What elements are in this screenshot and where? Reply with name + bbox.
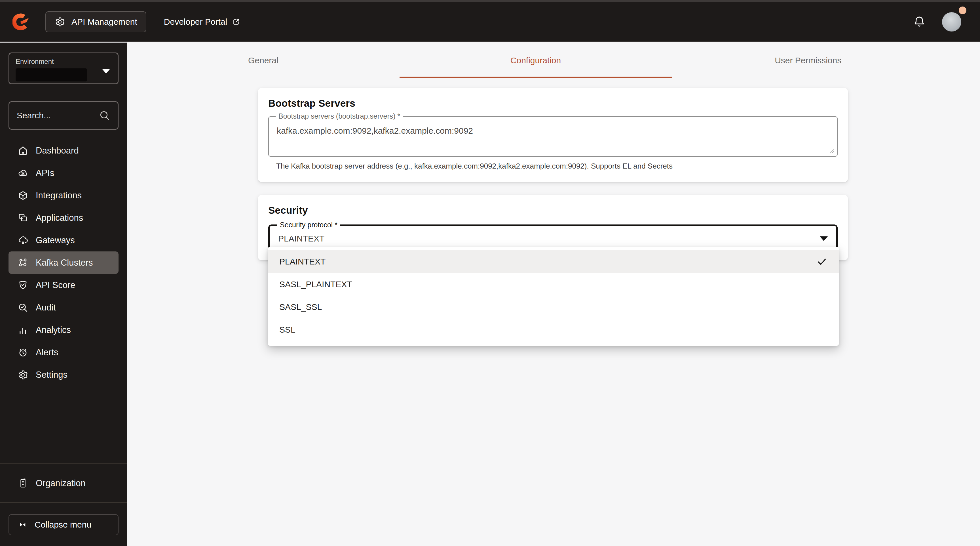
- option-ssl[interactable]: SSL: [268, 318, 839, 341]
- option-plaintext[interactable]: PLAINTEXT: [268, 250, 839, 273]
- window-top-strip: [0, 0, 980, 2]
- tab-label: General: [248, 56, 278, 65]
- environment-label: Environment: [16, 57, 111, 65]
- tab-general[interactable]: General: [127, 43, 399, 78]
- option-label: PLAINTEXT: [279, 257, 326, 267]
- header-right: [913, 12, 967, 32]
- tab-label: Configuration: [511, 56, 561, 65]
- alarm-clock-icon: [18, 347, 29, 358]
- checkmark-icon: [816, 256, 827, 267]
- bootstrap-servers-field: Bootstrap servers (bootstrap.servers) * …: [268, 117, 838, 156]
- sidebar-item-label: Applications: [36, 213, 83, 223]
- developer-portal-link[interactable]: Developer Portal: [164, 17, 240, 27]
- avatar-wrap: [942, 12, 961, 32]
- option-sasl-ssl[interactable]: SASL_SSL: [268, 296, 839, 318]
- sidebar-item-label: Audit: [36, 303, 56, 313]
- sidebar-search: [8, 101, 119, 130]
- cloud-node-icon: [18, 235, 29, 246]
- sidebar-item-gateways[interactable]: Gateways: [8, 229, 119, 251]
- environment-select[interactable]: Environment: [8, 53, 119, 84]
- sidebar-item-label: APIs: [36, 168, 54, 178]
- search-icon: [99, 110, 110, 121]
- gear-icon: [54, 16, 65, 27]
- main-content: General Configuration User Permissions B…: [127, 43, 980, 546]
- user-avatar[interactable]: [942, 12, 961, 32]
- magnifier-check-icon: [18, 302, 29, 313]
- chevron-down-icon: [102, 69, 110, 73]
- sidebar-item-label: Dashboard: [36, 145, 79, 156]
- applications-icon: [18, 212, 29, 224]
- collapse-area: Collapse menu: [0, 503, 127, 546]
- cube-icon: [18, 190, 29, 201]
- sidebar-item-label: Integrations: [36, 190, 82, 201]
- gravitee-logo[interactable]: [13, 13, 30, 31]
- bell-icon: [913, 16, 926, 28]
- sidebar-item-applications[interactable]: Applications: [8, 207, 119, 229]
- tab-label: User Permissions: [775, 56, 842, 65]
- option-sasl-plaintext[interactable]: SASL_PLAINTEXT: [268, 273, 839, 296]
- tab-configuration[interactable]: Configuration: [399, 43, 672, 78]
- sidebar-item-label: Gateways: [36, 235, 75, 246]
- option-label: SASL_SSL: [279, 302, 322, 312]
- collapse-menu-label: Collapse menu: [35, 520, 91, 530]
- sidebar-item-dashboard[interactable]: Dashboard: [8, 139, 119, 162]
- sidebar-item-api-score[interactable]: API Score: [8, 274, 119, 296]
- sidebar-item-label: Alerts: [36, 347, 58, 358]
- field-helper-text: The Kafka bootstrap server address (e.g.…: [276, 162, 838, 171]
- sidebar-item-apis[interactable]: APIs: [8, 162, 119, 184]
- sidebar-item-label: Settings: [36, 370, 67, 380]
- select-value: PLAINTEXT: [278, 234, 325, 243]
- tab-user-permissions[interactable]: User Permissions: [672, 43, 944, 78]
- option-label: SASL_PLAINTEXT: [279, 279, 352, 289]
- bar-chart-icon: [18, 325, 29, 335]
- sidebar-bottom: Organization Collapse menu: [0, 463, 127, 546]
- notifications-button[interactable]: [913, 16, 926, 28]
- developer-portal-label: Developer Portal: [164, 17, 227, 27]
- sidebar-item-audit[interactable]: Audit: [8, 296, 119, 319]
- api-management-label: API Management: [72, 17, 137, 27]
- option-label: SSL: [279, 325, 296, 335]
- app-header: API Management Developer Portal: [0, 2, 980, 42]
- resize-handle-icon[interactable]: [829, 149, 834, 154]
- sidebar-item-settings[interactable]: Settings: [8, 364, 119, 386]
- organization-section: Organization: [0, 463, 127, 503]
- field-label: Bootstrap servers (bootstrap.servers) *: [275, 112, 403, 120]
- security-protocol-dropdown: PLAINTEXT SASL_PLAINTEXT SASL_SSL SSL: [268, 247, 839, 346]
- sidebar-item-analytics[interactable]: Analytics: [8, 319, 119, 341]
- bootstrap-servers-card: Bootstrap Servers Bootstrap servers (boo…: [258, 88, 848, 182]
- dropdown-arrow-icon: [820, 236, 828, 241]
- kafka-cluster-icon: [18, 257, 29, 268]
- bootstrap-servers-value: kafka.example.com:9092,kafka2.example.co…: [277, 126, 473, 136]
- bootstrap-servers-textarea[interactable]: kafka.example.com:9092,kafka2.example.co…: [268, 117, 838, 156]
- sidebar-item-label: Organization: [36, 478, 86, 489]
- sidebar-nav: Dashboard APIs Integrations: [0, 139, 127, 386]
- home-icon: [18, 145, 29, 156]
- tab-bar: General Configuration User Permissions: [127, 43, 944, 78]
- sidebar: Environment Dashboard: [0, 43, 127, 546]
- sidebar-item-label: API Score: [36, 280, 75, 290]
- search-input[interactable]: [17, 111, 99, 120]
- shield-check-icon: [18, 280, 29, 291]
- api-management-button[interactable]: API Management: [45, 11, 146, 32]
- environment-value-redacted: [16, 69, 87, 81]
- building-icon: [18, 478, 29, 489]
- select-label: Security protocol *: [277, 221, 340, 229]
- gear-icon: [18, 369, 29, 380]
- card-title: Bootstrap Servers: [268, 97, 838, 109]
- card-title: Security: [268, 204, 838, 216]
- sidebar-item-organization[interactable]: Organization: [8, 472, 119, 494]
- cloud-gear-icon: [18, 168, 29, 179]
- sidebar-item-label: Analytics: [36, 325, 71, 335]
- collapse-menu-button[interactable]: Collapse menu: [8, 514, 119, 535]
- collapse-icon: [18, 520, 27, 529]
- main-layout: Environment Dashboard: [0, 43, 980, 546]
- sidebar-item-label: Kafka Clusters: [36, 258, 93, 268]
- sidebar-item-kafka-clusters[interactable]: Kafka Clusters: [8, 251, 119, 274]
- sidebar-item-alerts[interactable]: Alerts: [8, 341, 119, 364]
- avatar-status-badge: [959, 6, 966, 14]
- external-link-icon: [232, 18, 240, 26]
- sidebar-item-integrations[interactable]: Integrations: [8, 184, 119, 207]
